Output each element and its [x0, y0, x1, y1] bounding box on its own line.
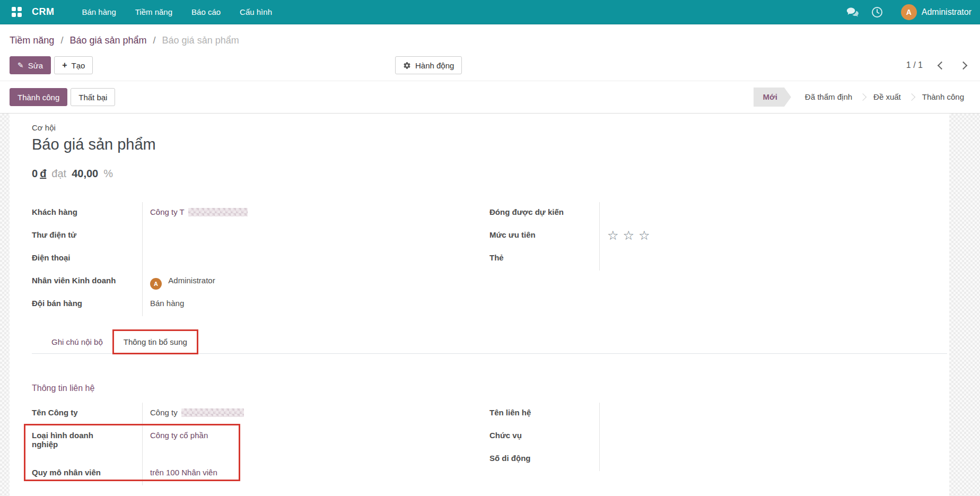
revenue-join-word: đạt: [51, 168, 66, 180]
field-label-mobile: Số di động: [489, 448, 599, 471]
field-value-sales-team[interactable]: Bán hàng: [142, 293, 480, 316]
control-panel-buttons: ✎ Sửa + Tạo Hành động 1 / 1: [0, 53, 980, 81]
star-icon[interactable]: ☆: [607, 228, 623, 242]
top-navbar: CRM Bán hàng Tiềm năng Báo cáo Cấu hình …: [0, 0, 980, 24]
breadcrumb-link-tiem-nang[interactable]: Tiềm năng: [10, 35, 54, 46]
field-label-company-type: Loại hình doanh nghiệp: [32, 425, 142, 463]
create-button[interactable]: + Tạo: [54, 56, 93, 74]
breadcrumb-separator: /: [60, 35, 63, 46]
field-label-salesperson: Nhân viên Kinh doanh: [32, 271, 142, 293]
pager-next-icon[interactable]: [959, 61, 968, 69]
star-icon[interactable]: ☆: [623, 228, 639, 242]
mark-lost-button[interactable]: Thất bại: [71, 88, 115, 106]
statusbar: Thành công Thất bại Mới Đã thẩm định Đề …: [0, 81, 980, 114]
field-label-expected-closing: Đóng được dự kiến: [489, 202, 599, 225]
field-value-company-name: Công ty: [142, 403, 480, 425]
field-group-right: Đóng được dự kiến Mức ưu tiên ☆☆☆ Thẻ: [489, 202, 949, 316]
stage-de-xuat[interactable]: Đề xuất: [864, 88, 911, 107]
field-value-tags[interactable]: [599, 248, 949, 271]
field-value-customer: Công ty T: [142, 202, 480, 225]
contact-group-left: Tên Công ty Công ty Loại hình doanh nghi…: [32, 403, 480, 485]
contact-info-heading: Thông tin liên hệ: [32, 384, 949, 393]
activities-clock-icon[interactable]: [865, 0, 889, 24]
breadcrumb-current: Báo giá sản phẩm: [162, 35, 239, 46]
field-value-contact-name[interactable]: [599, 403, 949, 425]
breadcrumb: Tiềm năng / Báo giá sản phẩm / Báo giá s…: [0, 24, 980, 53]
apps-grid-icon[interactable]: [12, 7, 22, 18]
field-group-left: Khách hàng Công ty T Thư điện tử Điện th…: [32, 202, 480, 316]
menu-tiem-nang[interactable]: Tiềm năng: [126, 0, 182, 24]
app-name[interactable]: CRM: [32, 6, 55, 18]
stage-moi[interactable]: Mới: [754, 88, 791, 107]
breadcrumb-separator: /: [153, 35, 156, 46]
contact-group-right: Tên liên hệ Chức vụ Số di động: [489, 403, 949, 485]
page-title: Báo giá sản phẩm: [32, 136, 949, 153]
priority-stars[interactable]: ☆☆☆: [599, 225, 949, 248]
tab-extra-info[interactable]: Thông tin bổ sung: [113, 330, 198, 354]
sheet-left-margin: [0, 114, 10, 496]
form-sheet: Cơ hội Báo giá sản phẩm 0đ đạt 40,00 % K…: [10, 114, 949, 496]
pencil-icon: ✎: [18, 61, 24, 69]
salesperson-name[interactable]: Administrator: [168, 276, 215, 285]
edit-button[interactable]: ✎ Sửa: [10, 56, 51, 74]
salesperson-avatar: A: [150, 278, 162, 290]
plus-icon: +: [62, 60, 67, 70]
tab-internal-notes[interactable]: Ghi chú nội bộ: [41, 330, 113, 353]
field-label-priority: Mức ưu tiên: [489, 225, 599, 248]
company-name-text: Công ty: [150, 408, 178, 417]
pager: 1 / 1: [906, 60, 966, 70]
field-label-tags: Thẻ: [489, 248, 599, 271]
user-avatar[interactable]: A: [901, 4, 917, 20]
sheet-right-margin: [949, 114, 980, 496]
field-value-phone: [142, 248, 480, 271]
field-value-job-position[interactable]: [599, 425, 949, 448]
action-menu-button[interactable]: Hành động: [395, 56, 462, 74]
expected-revenue-line: 0đ đạt 40,00 %: [32, 168, 949, 180]
menu-bao-cao[interactable]: Báo cáo: [182, 0, 230, 24]
stage-thanh-cong[interactable]: Thành công: [913, 88, 974, 107]
field-label-company-name: Tên Công ty: [32, 403, 142, 425]
menu-ban-hang[interactable]: Bán hàng: [73, 0, 126, 24]
field-value-company-type[interactable]: Công ty cổ phần: [142, 425, 480, 463]
field-label-email: Thư điện tử: [32, 225, 142, 248]
pager-previous-icon[interactable]: [938, 61, 946, 69]
record-type-label: Cơ hội: [32, 123, 949, 132]
revenue-amount: 0đ: [32, 168, 46, 180]
field-value-expected-closing[interactable]: [599, 202, 949, 225]
field-label-contact-name: Tên liên hệ: [489, 403, 599, 425]
field-value-mobile[interactable]: [599, 448, 949, 471]
pager-counter: 1 / 1: [906, 60, 923, 70]
mark-won-button[interactable]: Thành công: [10, 88, 67, 106]
field-label-sales-team: Đội bán hàng: [32, 293, 142, 316]
currency-symbol: đ: [40, 168, 46, 179]
customer-link[interactable]: Công ty T: [150, 207, 184, 216]
percent-sign: %: [103, 168, 113, 180]
messages-icon[interactable]: [841, 0, 865, 24]
field-label-company-size: Quy mô nhân viên: [32, 463, 142, 485]
field-value-company-size[interactable]: trên 100 Nhân viên: [142, 463, 480, 485]
star-icon[interactable]: ☆: [638, 228, 654, 242]
gear-icon: [403, 62, 411, 69]
notebook-tabs: Ghi chú nội bộ Thông tin bổ sung: [32, 330, 947, 354]
redacted-customer-name: [188, 208, 248, 216]
field-value-salesperson[interactable]: A Administrator: [142, 271, 480, 293]
stage-pipeline: Mới Đã thẩm định Đề xuất Thành công: [754, 88, 980, 107]
field-value-email: [142, 225, 480, 248]
menu-cau-hinh[interactable]: Cấu hình: [230, 0, 282, 24]
stage-da-tham-dinh[interactable]: Đã thẩm định: [795, 88, 862, 107]
probability-value: 40,00: [72, 168, 98, 180]
user-menu[interactable]: Administrator: [922, 7, 972, 17]
field-label-job-position: Chức vụ: [489, 425, 599, 448]
redacted-company-name: [181, 408, 244, 417]
field-label-phone: Điện thoại: [32, 248, 142, 271]
breadcrumb-link-bao-gia[interactable]: Báo giá sản phẩm: [69, 35, 146, 46]
field-label-customer: Khách hàng: [32, 202, 142, 225]
